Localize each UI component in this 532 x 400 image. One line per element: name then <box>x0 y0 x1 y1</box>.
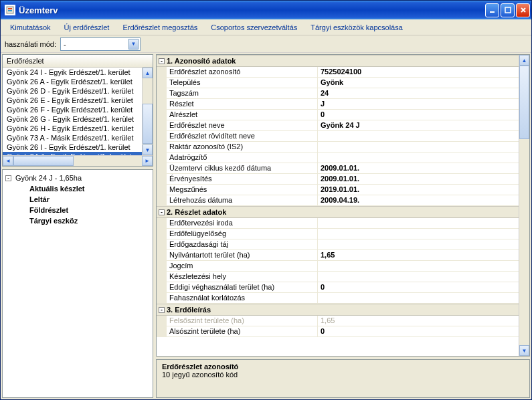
scroll-down-icon[interactable]: ▼ <box>143 144 153 155</box>
prop-row[interactable]: Fahasználat korlátozás <box>157 293 519 304</box>
description-body: 10 jegyű azonosító kód <box>162 371 524 379</box>
tree-root[interactable]: - Gyönk 24 J - 1,65ha <box>4 173 151 183</box>
scroll-thumb[interactable] <box>519 66 529 139</box>
category-collapse-icon[interactable]: - <box>157 209 167 215</box>
scroll-up-icon[interactable]: ▲ <box>143 68 153 78</box>
chevron-down-icon[interactable]: ▼ <box>128 39 139 49</box>
category-azonosito[interactable]: - 1. Azonosító adatok <box>157 55 519 67</box>
svg-rect-3 <box>490 11 495 13</box>
category-label: 3. Erdőleírás <box>167 304 211 315</box>
usage-mode-label: használati mód: <box>5 40 56 48</box>
category-label: 1. Azonosító adatok <box>167 56 236 66</box>
prop-row[interactable]: TelepülésGyönk <box>157 78 519 88</box>
property-grid: - 1. Azonosító adatok Erdőrészlet azonos… <box>157 55 529 356</box>
hscroll-thumb[interactable] <box>13 156 74 166</box>
category-label: 2. Részlet adatok <box>167 207 226 217</box>
description-title: Erdőrészlet azonosító <box>162 363 524 371</box>
prop-row[interactable]: Erdőrészlet azonosító7525024100 <box>157 67 519 78</box>
tree-item[interactable]: Tárgyi eszköz <box>28 215 151 226</box>
prop-row[interactable]: Tagszám24 <box>157 88 519 99</box>
usage-mode-combo[interactable]: - ▼ <box>60 37 141 51</box>
property-panel: - 1. Azonosító adatok Erdőrészlet azonos… <box>156 54 530 357</box>
list-item[interactable]: Gyönk 26 G - Egyik Erdészet/1. kerület <box>3 114 142 124</box>
prop-row[interactable]: Erdőtervezési iroda <box>157 218 519 229</box>
forest-list-body: Gyönk 24 I - Egyik Erdészet/1. kerület G… <box>3 68 153 155</box>
prop-row[interactable]: Erdőrészlet rövidített neve <box>157 131 519 142</box>
prop-row[interactable]: Létrehozás dátuma2009.04.19. <box>157 195 519 206</box>
list-hscroll[interactable]: ◄ ► <box>3 155 153 166</box>
right-column: - 1. Azonosító adatok Erdőrészlet azonos… <box>156 54 530 398</box>
prop-row[interactable]: Nyilvántartott terület (ha)1,65 <box>157 250 519 261</box>
list-item[interactable]: Gyönk 26 E - Egyik Erdészet/1. kerület <box>3 96 142 105</box>
prop-row[interactable]: Készletezési hely <box>157 272 519 282</box>
tree: - Gyönk 24 J - 1,65ha Aktuális készlet L… <box>3 170 153 229</box>
prop-row[interactable]: Eddigi véghasználati terület (ha)0 <box>157 282 519 293</box>
menu-megosztas[interactable]: Erdőrészlet megosztás <box>116 21 204 33</box>
menu-uj-erdoreszlet[interactable]: Új erdőrészlet <box>58 21 116 33</box>
list-item[interactable]: Gyönk 26 A - Egyik Erdészet/1. kerület <box>3 77 142 86</box>
list-item[interactable]: Gyönk 73 A - Másik Erdészet/1. kerület <box>3 133 142 142</box>
usage-mode-value: - <box>64 40 66 48</box>
prop-row[interactable]: Erdőgazdasági táj <box>157 239 519 250</box>
list-item-selected[interactable]: Gyönk 24 J - Egyik Erdészet/1. kerület <box>3 152 142 155</box>
prop-row[interactable]: Megszűnés2019.01.01. <box>157 185 519 195</box>
scroll-down-icon[interactable]: ▼ <box>519 345 529 356</box>
menubar: Kimutatások Új erdőrészlet Erdőrészlet m… <box>1 19 531 35</box>
forest-list-panel: Erdőrészlet Gyönk 24 I - Egyik Erdészet/… <box>2 54 153 167</box>
category-collapse-icon[interactable]: - <box>157 307 167 313</box>
close-button[interactable] <box>516 3 530 17</box>
svg-rect-2 <box>8 10 12 11</box>
scroll-track[interactable] <box>143 78 153 144</box>
titlebar: Üzemterv <box>1 1 531 19</box>
prop-row[interactable]: Alsószint területe (ha)0 <box>157 326 519 337</box>
list-vscroll[interactable]: ▲ ▼ <box>142 68 153 155</box>
hscroll-track[interactable] <box>13 156 142 166</box>
list-item[interactable]: Gyönk 26 F - Egyik Erdészet/1. kerület <box>3 105 142 114</box>
list-item[interactable]: Gyönk 26 D - Egyik Erdészet/1. kerület <box>3 86 142 96</box>
description-panel: Erdőrészlet azonosító 10 jegyű azonosító… <box>156 359 530 398</box>
minimize-button[interactable] <box>485 3 499 17</box>
forest-list-header[interactable]: Erdőrészlet <box>3 55 153 68</box>
menu-kimutatasok[interactable]: Kimutatások <box>3 21 58 33</box>
prop-row[interactable]: RészletJ <box>157 99 519 110</box>
menu-targyi[interactable]: Tárgyi eszközök kapcsolása <box>304 21 410 33</box>
scroll-track[interactable] <box>519 66 529 345</box>
menu-csoportos[interactable]: Csoportos szervezetváltás <box>204 21 304 33</box>
prop-row[interactable]: Erdőrészlet neveGyönk 24 J <box>157 120 519 131</box>
prop-row-disabled: Felsőszint területe (ha)1,65 <box>157 316 519 326</box>
toolbar: használati mód: - ▼ <box>1 35 531 53</box>
prop-row[interactable]: Alrészlet0 <box>157 110 519 120</box>
prop-row[interactable]: Jogcím <box>157 261 519 272</box>
maximize-button[interactable] <box>501 3 515 17</box>
prop-row[interactable]: Érvényesítés2009.01.01. <box>157 174 519 185</box>
prop-row[interactable]: Raktár azonosító (IS2) <box>157 142 519 153</box>
category-collapse-icon[interactable]: - <box>157 58 167 64</box>
category-reszlet[interactable]: - 2. Részlet adatok <box>157 206 519 218</box>
list-item[interactable]: Gyönk 24 I - Egyik Erdészet/1. kerület <box>3 68 142 77</box>
app-window: Üzemterv Kimutatások Új erdőrészlet Erdő… <box>0 0 532 400</box>
scroll-up-icon[interactable]: ▲ <box>519 55 529 66</box>
client-area: Erdőrészlet Gyönk 24 I - Egyik Erdészet/… <box>1 53 531 399</box>
list-item[interactable]: Gyönk 26 H - Egyik Erdészet/1. kerület <box>3 124 142 133</box>
scroll-left-icon[interactable]: ◄ <box>3 156 13 166</box>
list-item[interactable]: Gyönk 26 I - Egyik Erdészet/1. kerület <box>3 142 142 152</box>
props-vscroll[interactable]: ▲ ▼ <box>519 55 529 356</box>
prop-row[interactable]: Erdőfelügyelőség <box>157 229 519 239</box>
scroll-thumb[interactable] <box>143 104 153 144</box>
window-title: Üzemterv <box>19 5 484 15</box>
tree-item[interactable]: Földrészlet <box>28 205 151 215</box>
scroll-right-icon[interactable]: ► <box>142 156 153 166</box>
tree-panel: - Gyönk 24 J - 1,65ha Aktuális készlet L… <box>2 169 153 398</box>
tree-root-label: Gyönk 24 J - 1,65ha <box>15 173 82 183</box>
svg-rect-4 <box>505 7 511 13</box>
prop-row[interactable]: Üzemtervi ciklus kezdő dátuma2009.01.01. <box>157 163 519 174</box>
tree-item[interactable]: Aktuális készlet <box>28 183 151 194</box>
app-icon <box>5 5 15 15</box>
left-column: Erdőrészlet Gyönk 24 I - Egyik Erdészet/… <box>2 54 153 398</box>
svg-rect-1 <box>8 8 12 9</box>
category-erdoleiras[interactable]: - 3. Erdőleírás <box>157 304 519 316</box>
prop-row[interactable]: Adatrögzítő <box>157 153 519 163</box>
tree-collapse-icon[interactable]: - <box>5 175 11 181</box>
tree-item[interactable]: Leltár <box>28 194 151 205</box>
